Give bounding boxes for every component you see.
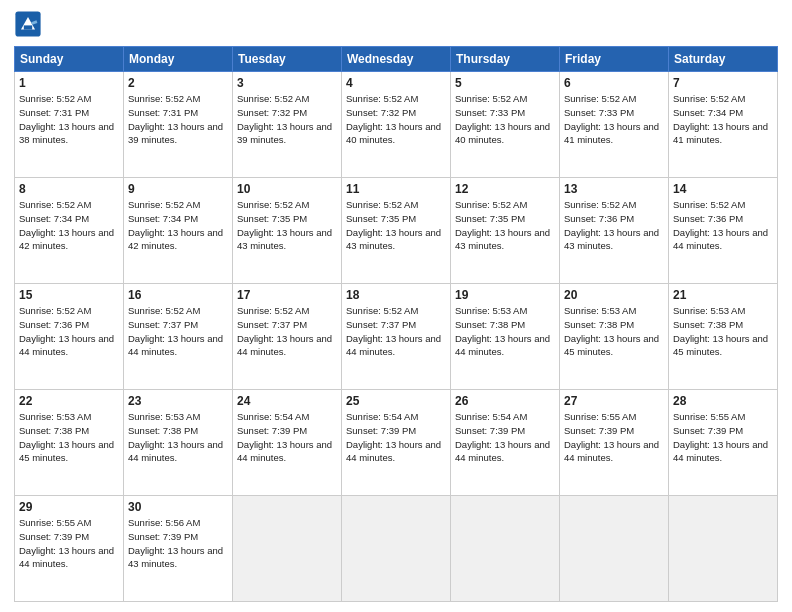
calendar-cell: 30Sunrise: 5:56 AMSunset: 7:39 PMDayligh… <box>124 496 233 602</box>
day-number: 25 <box>346 394 446 408</box>
day-info: Sunrise: 5:52 AMSunset: 7:33 PMDaylight:… <box>455 92 555 147</box>
calendar-cell: 5Sunrise: 5:52 AMSunset: 7:33 PMDaylight… <box>451 72 560 178</box>
calendar-cell: 23Sunrise: 5:53 AMSunset: 7:38 PMDayligh… <box>124 390 233 496</box>
day-info: Sunrise: 5:52 AMSunset: 7:36 PMDaylight:… <box>564 198 664 253</box>
calendar-cell: 16Sunrise: 5:52 AMSunset: 7:37 PMDayligh… <box>124 284 233 390</box>
calendar-cell: 12Sunrise: 5:52 AMSunset: 7:35 PMDayligh… <box>451 178 560 284</box>
calendar-cell: 1Sunrise: 5:52 AMSunset: 7:31 PMDaylight… <box>15 72 124 178</box>
day-number: 9 <box>128 182 228 196</box>
day-info: Sunrise: 5:52 AMSunset: 7:33 PMDaylight:… <box>564 92 664 147</box>
weekday-header-monday: Monday <box>124 47 233 72</box>
day-number: 8 <box>19 182 119 196</box>
calendar-cell: 7Sunrise: 5:52 AMSunset: 7:34 PMDaylight… <box>669 72 778 178</box>
calendar-cell <box>233 496 342 602</box>
day-number: 28 <box>673 394 773 408</box>
day-number: 23 <box>128 394 228 408</box>
calendar-cell: 18Sunrise: 5:52 AMSunset: 7:37 PMDayligh… <box>342 284 451 390</box>
day-number: 24 <box>237 394 337 408</box>
day-info: Sunrise: 5:52 AMSunset: 7:35 PMDaylight:… <box>455 198 555 253</box>
day-number: 13 <box>564 182 664 196</box>
day-info: Sunrise: 5:52 AMSunset: 7:34 PMDaylight:… <box>673 92 773 147</box>
calendar-cell: 28Sunrise: 5:55 AMSunset: 7:39 PMDayligh… <box>669 390 778 496</box>
day-info: Sunrise: 5:52 AMSunset: 7:36 PMDaylight:… <box>19 304 119 359</box>
day-info: Sunrise: 5:52 AMSunset: 7:31 PMDaylight:… <box>19 92 119 147</box>
day-info: Sunrise: 5:52 AMSunset: 7:37 PMDaylight:… <box>346 304 446 359</box>
calendar-cell <box>342 496 451 602</box>
day-info: Sunrise: 5:52 AMSunset: 7:34 PMDaylight:… <box>128 198 228 253</box>
day-number: 2 <box>128 76 228 90</box>
day-number: 5 <box>455 76 555 90</box>
day-info: Sunrise: 5:52 AMSunset: 7:34 PMDaylight:… <box>19 198 119 253</box>
calendar-cell: 21Sunrise: 5:53 AMSunset: 7:38 PMDayligh… <box>669 284 778 390</box>
day-number: 18 <box>346 288 446 302</box>
day-number: 15 <box>19 288 119 302</box>
calendar-cell: 10Sunrise: 5:52 AMSunset: 7:35 PMDayligh… <box>233 178 342 284</box>
day-info: Sunrise: 5:53 AMSunset: 7:38 PMDaylight:… <box>455 304 555 359</box>
calendar-cell: 24Sunrise: 5:54 AMSunset: 7:39 PMDayligh… <box>233 390 342 496</box>
calendar-cell: 22Sunrise: 5:53 AMSunset: 7:38 PMDayligh… <box>15 390 124 496</box>
calendar-cell: 14Sunrise: 5:52 AMSunset: 7:36 PMDayligh… <box>669 178 778 284</box>
day-number: 4 <box>346 76 446 90</box>
calendar-cell: 25Sunrise: 5:54 AMSunset: 7:39 PMDayligh… <box>342 390 451 496</box>
day-number: 17 <box>237 288 337 302</box>
calendar-cell: 6Sunrise: 5:52 AMSunset: 7:33 PMDaylight… <box>560 72 669 178</box>
day-number: 12 <box>455 182 555 196</box>
weekday-header-thursday: Thursday <box>451 47 560 72</box>
day-info: Sunrise: 5:53 AMSunset: 7:38 PMDaylight:… <box>19 410 119 465</box>
day-info: Sunrise: 5:52 AMSunset: 7:35 PMDaylight:… <box>237 198 337 253</box>
calendar-cell: 20Sunrise: 5:53 AMSunset: 7:38 PMDayligh… <box>560 284 669 390</box>
day-number: 21 <box>673 288 773 302</box>
day-number: 16 <box>128 288 228 302</box>
day-info: Sunrise: 5:52 AMSunset: 7:35 PMDaylight:… <box>346 198 446 253</box>
calendar-cell <box>669 496 778 602</box>
weekday-header-saturday: Saturday <box>669 47 778 72</box>
calendar-cell: 29Sunrise: 5:55 AMSunset: 7:39 PMDayligh… <box>15 496 124 602</box>
day-number: 1 <box>19 76 119 90</box>
day-number: 10 <box>237 182 337 196</box>
page: SundayMondayTuesdayWednesdayThursdayFrid… <box>0 0 792 612</box>
day-info: Sunrise: 5:53 AMSunset: 7:38 PMDaylight:… <box>128 410 228 465</box>
calendar-cell: 17Sunrise: 5:52 AMSunset: 7:37 PMDayligh… <box>233 284 342 390</box>
day-info: Sunrise: 5:52 AMSunset: 7:32 PMDaylight:… <box>346 92 446 147</box>
header <box>14 10 778 38</box>
day-number: 29 <box>19 500 119 514</box>
day-number: 11 <box>346 182 446 196</box>
calendar-cell: 15Sunrise: 5:52 AMSunset: 7:36 PMDayligh… <box>15 284 124 390</box>
calendar-cell: 3Sunrise: 5:52 AMSunset: 7:32 PMDaylight… <box>233 72 342 178</box>
calendar-cell <box>451 496 560 602</box>
calendar-cell: 4Sunrise: 5:52 AMSunset: 7:32 PMDaylight… <box>342 72 451 178</box>
day-info: Sunrise: 5:56 AMSunset: 7:39 PMDaylight:… <box>128 516 228 571</box>
day-info: Sunrise: 5:52 AMSunset: 7:32 PMDaylight:… <box>237 92 337 147</box>
calendar-cell: 9Sunrise: 5:52 AMSunset: 7:34 PMDaylight… <box>124 178 233 284</box>
day-info: Sunrise: 5:53 AMSunset: 7:38 PMDaylight:… <box>564 304 664 359</box>
day-number: 27 <box>564 394 664 408</box>
day-number: 19 <box>455 288 555 302</box>
calendar-cell: 26Sunrise: 5:54 AMSunset: 7:39 PMDayligh… <box>451 390 560 496</box>
day-info: Sunrise: 5:52 AMSunset: 7:31 PMDaylight:… <box>128 92 228 147</box>
day-number: 7 <box>673 76 773 90</box>
day-info: Sunrise: 5:55 AMSunset: 7:39 PMDaylight:… <box>673 410 773 465</box>
day-number: 14 <box>673 182 773 196</box>
day-info: Sunrise: 5:54 AMSunset: 7:39 PMDaylight:… <box>455 410 555 465</box>
logo <box>14 10 46 38</box>
day-info: Sunrise: 5:55 AMSunset: 7:39 PMDaylight:… <box>564 410 664 465</box>
calendar-cell: 11Sunrise: 5:52 AMSunset: 7:35 PMDayligh… <box>342 178 451 284</box>
calendar-cell: 13Sunrise: 5:52 AMSunset: 7:36 PMDayligh… <box>560 178 669 284</box>
calendar-cell: 27Sunrise: 5:55 AMSunset: 7:39 PMDayligh… <box>560 390 669 496</box>
day-info: Sunrise: 5:52 AMSunset: 7:37 PMDaylight:… <box>237 304 337 359</box>
calendar-cell: 8Sunrise: 5:52 AMSunset: 7:34 PMDaylight… <box>15 178 124 284</box>
day-info: Sunrise: 5:52 AMSunset: 7:37 PMDaylight:… <box>128 304 228 359</box>
calendar-cell <box>560 496 669 602</box>
day-info: Sunrise: 5:54 AMSunset: 7:39 PMDaylight:… <box>237 410 337 465</box>
logo-icon <box>14 10 42 38</box>
weekday-header-friday: Friday <box>560 47 669 72</box>
day-number: 20 <box>564 288 664 302</box>
svg-rect-2 <box>24 25 32 29</box>
day-info: Sunrise: 5:53 AMSunset: 7:38 PMDaylight:… <box>673 304 773 359</box>
weekday-header-sunday: Sunday <box>15 47 124 72</box>
day-number: 26 <box>455 394 555 408</box>
calendar-cell: 19Sunrise: 5:53 AMSunset: 7:38 PMDayligh… <box>451 284 560 390</box>
weekday-header-wednesday: Wednesday <box>342 47 451 72</box>
day-number: 30 <box>128 500 228 514</box>
day-info: Sunrise: 5:55 AMSunset: 7:39 PMDaylight:… <box>19 516 119 571</box>
